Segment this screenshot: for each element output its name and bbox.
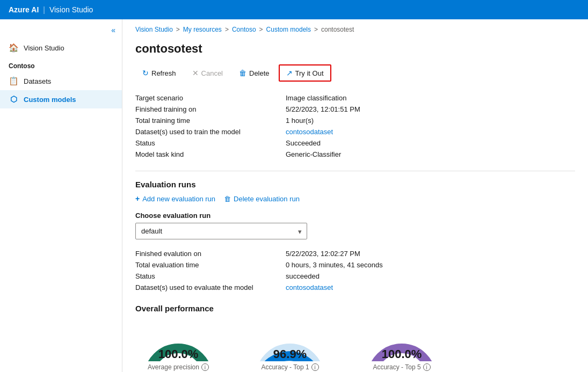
- divider-1: [135, 171, 575, 171]
- info-label-model-task: Model task kind: [135, 150, 286, 158]
- gauge-accuracy-top1-container: 96.9%: [252, 322, 328, 361]
- breadcrumb-contoso[interactable]: Contoso: [232, 26, 256, 33]
- gauge-avg-precision-value: 100.0%: [141, 347, 216, 361]
- gauge-accuracy-top1: 96.9% Accuracy - Top 1 i: [247, 322, 333, 371]
- choose-eval-run-label: Choose evaluation run: [135, 211, 575, 220]
- gauge-row: 100.0% Average precision i 96.9%: [135, 322, 575, 371]
- top-bar: Azure AI | Vision Studio: [0, 0, 588, 19]
- breadcrumb-vision-studio[interactable]: Vision Studio: [135, 26, 173, 33]
- eval-label-status: Status: [135, 272, 286, 280]
- info-row-train-dataset: Dataset(s) used to train the model conto…: [135, 126, 575, 137]
- eval-label-dataset: Dataset(s) used to evaluate the model: [135, 283, 286, 291]
- eval-value-total-time: 0 hours, 3 minutes, 41 seconds: [286, 261, 383, 269]
- delete-icon: 🗑: [239, 69, 246, 77]
- sidebar-custom-models-label: Custom models: [24, 96, 76, 104]
- breadcrumb: Vision Studio > My resources > Contoso >…: [135, 19, 575, 38]
- sidebar-home-label: Vision Studio: [24, 44, 64, 52]
- page-title: contosotest: [135, 42, 575, 56]
- info-label-finished-training: Finished training on: [135, 105, 286, 113]
- delete-label: Delete: [249, 69, 270, 77]
- eval-value-dataset[interactable]: contosodataset: [286, 283, 333, 291]
- gauge-accuracy-top5-label: Accuracy - Top 5 i: [373, 363, 430, 371]
- gauge-accuracy-top1-value: 96.9%: [252, 347, 328, 361]
- eval-run-select[interactable]: default: [135, 223, 307, 239]
- info-value-finished-training: 5/22/2023, 12:01:51 PM: [286, 105, 360, 113]
- add-icon: +: [135, 194, 140, 203]
- top-bar-separator: |: [43, 5, 45, 14]
- try-it-out-label: Try it Out: [295, 69, 324, 77]
- cancel-button[interactable]: ✕ Cancel: [185, 65, 230, 81]
- info-label-training-time: Total training time: [135, 116, 286, 125]
- eval-value-status: succeeded: [286, 272, 320, 280]
- eval-value-finished-on: 5/22/2023, 12:02:27 PM: [286, 250, 360, 258]
- info-label-status: Status: [135, 139, 286, 147]
- delete-button[interactable]: 🗑 Delete: [232, 65, 277, 81]
- gauge-accuracy-top5: 100.0% Accuracy - Top 5 i: [359, 322, 445, 371]
- breadcrumb-sep-4: >: [314, 26, 318, 33]
- gauge-avg-precision-label: Average precision i: [148, 363, 209, 371]
- cancel-label: Cancel: [201, 69, 223, 77]
- datasets-icon: 📋: [9, 76, 18, 86]
- info-value-status: Succeeded: [286, 139, 321, 147]
- sidebar-collapse-button[interactable]: «: [0, 24, 122, 39]
- info-row-target-scenario: Target scenario Image classification: [135, 92, 575, 104]
- eval-row-dataset: Dataset(s) used to evaluate the model co…: [135, 282, 575, 293]
- refresh-label: Refresh: [151, 69, 176, 77]
- sidebar-section-label: Contoso: [0, 57, 122, 72]
- eval-label-total-time: Total evaluation time: [135, 261, 286, 269]
- delete-eval-run-label: Delete evaluation run: [234, 195, 300, 203]
- info-label-train-dataset: Dataset(s) used to train the model: [135, 128, 286, 136]
- eval-row-total-time: Total evaluation time 0 hours, 3 minutes…: [135, 259, 575, 271]
- breadcrumb-current: contosotest: [321, 26, 354, 33]
- sidebar-item-custom-models[interactable]: ⬡ Custom models: [0, 90, 122, 108]
- sidebar-item-datasets[interactable]: 📋 Datasets: [0, 72, 122, 90]
- breadcrumb-custom-models[interactable]: Custom models: [266, 26, 311, 33]
- main-content: Vision Studio > My resources > Contoso >…: [122, 19, 588, 372]
- avg-precision-info-icon[interactable]: i: [201, 363, 209, 371]
- gauge-accuracy-top5-container: 100.0%: [364, 322, 439, 361]
- layout: « 🏠 Vision Studio Contoso 📋 Datasets ⬡ C…: [0, 19, 588, 372]
- model-info-table: Target scenario Image classification Fin…: [135, 92, 575, 160]
- breadcrumb-sep-3: >: [259, 26, 263, 33]
- breadcrumb-my-resources[interactable]: My resources: [183, 26, 222, 33]
- accuracy-top1-info-icon[interactable]: i: [311, 363, 319, 371]
- info-row-status: Status Succeeded: [135, 137, 575, 149]
- evaluation-runs-heading: Evaluation runs: [135, 180, 575, 189]
- refresh-icon: ↻: [142, 69, 149, 77]
- gauge-avg-precision: 100.0% Average precision i: [135, 322, 221, 371]
- eval-label-finished-on: Finished evalution on: [135, 250, 286, 258]
- accuracy-top5-info-icon[interactable]: i: [423, 363, 431, 371]
- custom-models-icon: ⬡: [9, 94, 18, 104]
- info-value-train-dataset[interactable]: contosodataset: [286, 128, 333, 136]
- toolbar: ↻ Refresh ✕ Cancel 🗑 Delete ↗ Try it Out: [135, 64, 575, 82]
- gauge-accuracy-top5-value: 100.0%: [364, 347, 439, 361]
- app-name: Vision Studio: [49, 5, 93, 14]
- try-it-out-button[interactable]: ↗ Try it Out: [279, 64, 331, 82]
- info-row-training-time: Total training time 1 hour(s): [135, 115, 575, 126]
- brand-azure: Azure AI: [9, 5, 39, 14]
- sidebar: « 🏠 Vision Studio Contoso 📋 Datasets ⬡ C…: [0, 19, 122, 372]
- home-icon: 🏠: [9, 43, 18, 53]
- eval-row-finished-on: Finished evalution on 5/22/2023, 12:02:2…: [135, 248, 575, 259]
- info-row-finished-training: Finished training on 5/22/2023, 12:01:51…: [135, 104, 575, 115]
- delete-eval-run-button[interactable]: 🗑 Delete evaluation run: [224, 195, 300, 203]
- eval-toolbar: + Add new evaluation run 🗑 Delete evalua…: [135, 194, 575, 203]
- breadcrumb-sep-1: >: [176, 26, 180, 33]
- gauge-accuracy-top1-label: Accuracy - Top 1 i: [261, 363, 318, 371]
- info-row-model-task: Model task kind Generic-Classifier: [135, 149, 575, 160]
- eval-run-select-wrap: default ▾: [135, 223, 307, 239]
- refresh-button[interactable]: ↻ Refresh: [135, 65, 183, 81]
- sidebar-datasets-label: Datasets: [24, 77, 51, 85]
- add-eval-run-button[interactable]: + Add new evaluation run: [135, 194, 215, 203]
- delete-eval-icon: 🗑: [224, 195, 231, 203]
- info-label-target-scenario: Target scenario: [135, 94, 286, 102]
- info-value-target-scenario: Image classification: [286, 94, 346, 102]
- info-value-model-task: Generic-Classifier: [286, 150, 341, 158]
- sidebar-item-home[interactable]: 🏠 Vision Studio: [0, 39, 122, 57]
- performance-heading: Overall performance: [135, 304, 575, 313]
- try-it-out-icon: ↗: [286, 69, 293, 77]
- info-value-training-time: 1 hour(s): [286, 116, 314, 125]
- breadcrumb-sep-2: >: [225, 26, 229, 33]
- eval-row-status: Status succeeded: [135, 271, 575, 282]
- cancel-icon: ✕: [192, 69, 199, 77]
